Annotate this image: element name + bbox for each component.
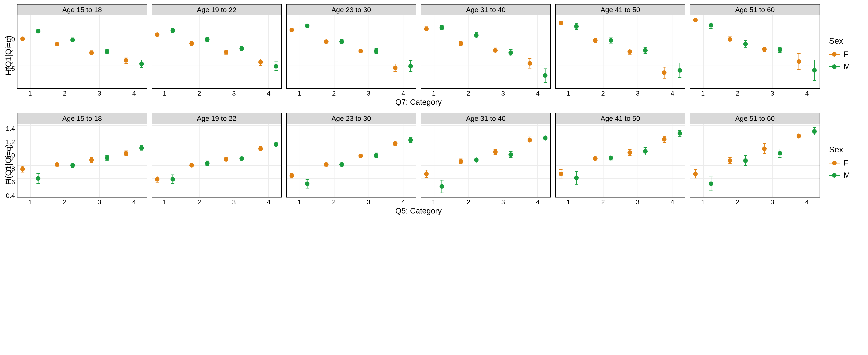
y-tick-label: 1.0 [3, 35, 15, 43]
x-tick-label: 1 [14, 198, 46, 206]
facet-strip-label: Age 19 to 22 [152, 113, 282, 124]
legend-key-icon [829, 163, 840, 163]
facet: Age 19 to 221234 [152, 4, 282, 97]
facet: Age 51 to 601234 [690, 4, 820, 97]
x-axis-ticks: 1234 [421, 197, 551, 206]
facet-panel [286, 124, 416, 197]
data-point [20, 36, 25, 41]
data-point [662, 70, 666, 75]
facet-panel [17, 15, 147, 89]
x-tick-label: 1 [283, 198, 315, 206]
y-tick-label: 1.2 [3, 138, 15, 146]
data-point [393, 66, 398, 70]
data-point [36, 176, 40, 181]
facet-strip-label: Age 51 to 60 [690, 4, 820, 15]
facet-strip-label: Age 15 to 18 [17, 4, 147, 15]
legend-label: M [844, 171, 850, 180]
data-point [474, 158, 478, 162]
x-tick-label: 3 [352, 198, 385, 206]
x-tick-label: 3 [487, 90, 519, 97]
data-point [439, 26, 444, 30]
x-tick-label: 4 [252, 198, 285, 206]
legend: SexFM [829, 145, 864, 183]
facet-strip-label: Age 41 to 50 [555, 113, 685, 124]
x-tick-label: 2 [318, 90, 350, 97]
facet-strip-label: Age 23 to 30 [286, 4, 416, 15]
x-tick-label: 3 [622, 198, 654, 206]
x-tick-label: 1 [148, 198, 181, 206]
data-point [743, 158, 748, 163]
legend-item: M [829, 62, 864, 71]
y-tick-label: 0.8 [3, 165, 15, 172]
x-axis-ticks: 1234 [555, 89, 685, 97]
x-tick-label: 1 [283, 90, 315, 97]
facet: Age 15 to 181234 [17, 4, 147, 97]
x-tick-label: 3 [83, 198, 116, 206]
y-tick-label: 1.4 [3, 125, 15, 132]
chart-row: H(Q1|Qi=q)0.40.60.81.01.21.4Age 15 to 18… [4, 113, 864, 215]
data-point [543, 136, 548, 140]
figure-root: H(Q1|Qi=q)0.51.0Age 15 to 181234Age 19 t… [4, 4, 864, 215]
data-point [339, 39, 344, 44]
facet-panel [555, 124, 685, 197]
x-tick-label: 1 [417, 198, 450, 206]
data-point [89, 158, 94, 162]
x-axis-label: Q5: Category [17, 206, 820, 215]
data-point [224, 50, 228, 54]
data-point [359, 49, 363, 53]
data-point [508, 152, 513, 157]
facet-panel [152, 124, 282, 197]
data-point [474, 33, 478, 37]
data-point [240, 156, 244, 161]
data-point [36, 29, 40, 33]
y-axis-ticks: 0.40.60.81.01.21.4 [15, 127, 16, 201]
x-tick-label: 4 [118, 90, 150, 97]
facet-container: Age 15 to 181234Age 19 to 221234Age 23 t… [17, 113, 820, 206]
x-axis-ticks: 1234 [152, 197, 282, 206]
data-point [205, 161, 210, 165]
data-point [20, 167, 25, 171]
x-tick-label: 2 [587, 90, 619, 97]
x-tick-label: 1 [417, 90, 450, 97]
x-tick-label: 2 [587, 198, 619, 206]
data-point [70, 163, 75, 167]
facet-panel [690, 15, 820, 89]
facet-panel [555, 15, 685, 89]
x-tick-label: 1 [687, 198, 719, 206]
data-point [374, 49, 378, 53]
x-tick-label: 4 [522, 198, 554, 206]
x-tick-label: 3 [487, 198, 519, 206]
legend-label: F [844, 50, 848, 59]
data-point [528, 61, 532, 66]
data-point [762, 47, 767, 52]
x-tick-label: 4 [790, 198, 823, 206]
data-point [374, 153, 378, 158]
data-point [528, 138, 532, 142]
x-tick-label: 4 [387, 198, 420, 206]
legend-item: F [829, 159, 864, 167]
facet-panel [421, 15, 551, 89]
data-point [812, 68, 817, 73]
x-tick-label: 2 [49, 198, 81, 206]
facet-panel [17, 124, 147, 197]
data-point [170, 177, 175, 182]
x-axis-ticks: 1234 [690, 89, 820, 97]
facet-strip-label: Age 31 to 40 [421, 113, 551, 124]
facet-strip-label: Age 23 to 30 [286, 113, 416, 124]
x-axis-ticks: 1234 [421, 89, 551, 97]
facet: Age 23 to 301234 [286, 113, 416, 206]
x-axis-ticks: 1234 [286, 89, 416, 97]
data-point [105, 50, 110, 54]
data-point [170, 28, 175, 33]
data-point [393, 141, 398, 146]
x-tick-label: 2 [318, 198, 350, 206]
data-point [324, 162, 329, 167]
facet-strip-label: Age 19 to 22 [152, 4, 282, 15]
data-point [408, 64, 413, 68]
x-axis-label: Q7: Category [17, 98, 820, 107]
data-point [627, 50, 632, 54]
data-point [89, 51, 94, 55]
data-point [643, 48, 648, 53]
x-tick-label: 1 [148, 90, 181, 97]
x-tick-label: 2 [183, 198, 215, 206]
